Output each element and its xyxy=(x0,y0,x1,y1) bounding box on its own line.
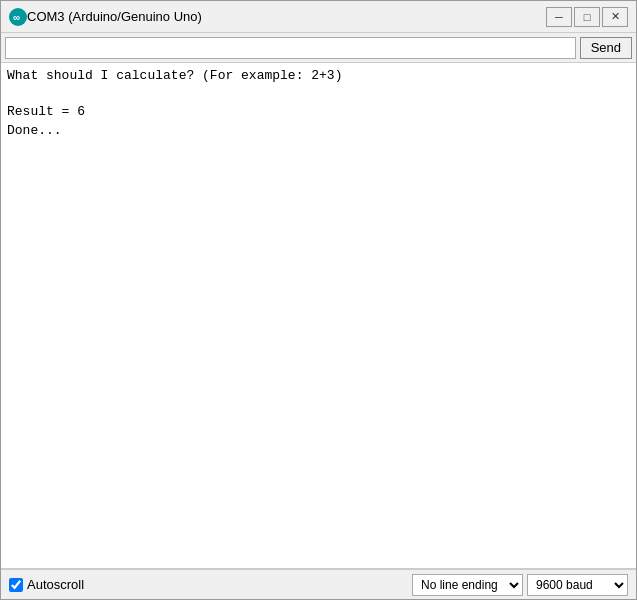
autoscroll-label: Autoscroll xyxy=(27,577,84,592)
app-icon: ∞ xyxy=(9,8,27,26)
serial-output-area: What should I calculate? (For example: 2… xyxy=(1,63,636,569)
autoscroll-checkbox[interactable] xyxy=(9,578,23,592)
window-title: COM3 (Arduino/Genuino Uno) xyxy=(27,9,546,24)
status-bar: Autoscroll No line endingNewlineCarriage… xyxy=(1,569,636,599)
window-controls: ─ □ ✕ xyxy=(546,7,628,27)
toolbar: Send xyxy=(1,33,636,63)
send-button[interactable]: Send xyxy=(580,37,632,59)
title-bar: ∞ COM3 (Arduino/Genuino Uno) ─ □ ✕ xyxy=(1,1,636,33)
svg-text:∞: ∞ xyxy=(13,12,20,23)
close-button[interactable]: ✕ xyxy=(602,7,628,27)
baud-rate-select[interactable]: 300 baud1200 baud2400 baud4800 baud9600 … xyxy=(527,574,628,596)
autoscroll-control: Autoscroll xyxy=(9,577,84,592)
maximize-button[interactable]: □ xyxy=(574,7,600,27)
serial-input[interactable] xyxy=(5,37,576,59)
minimize-button[interactable]: ─ xyxy=(546,7,572,27)
line-ending-select[interactable]: No line endingNewlineCarriage returnBoth… xyxy=(412,574,523,596)
arduino-serial-monitor-window: ∞ COM3 (Arduino/Genuino Uno) ─ □ ✕ Send … xyxy=(0,0,637,600)
status-right-controls: No line endingNewlineCarriage returnBoth… xyxy=(412,574,628,596)
